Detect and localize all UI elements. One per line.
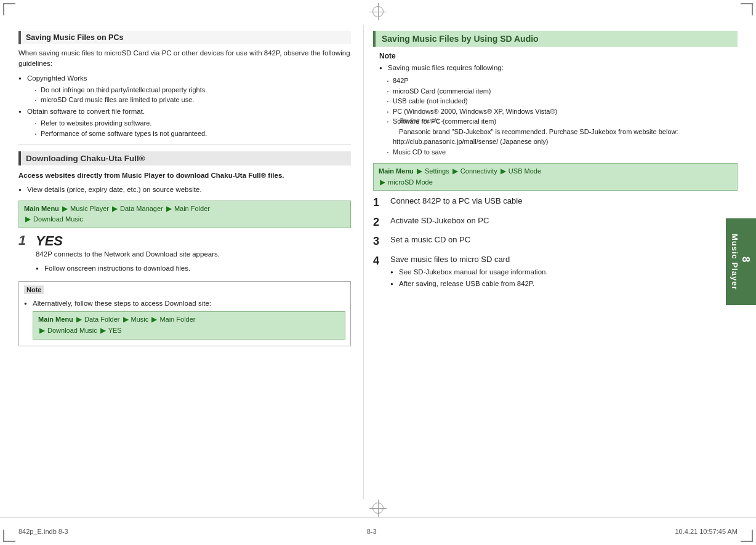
footer: 842p_E.indb 8-3 8-3 10.4.21 10:57:45 AM: [0, 517, 756, 545]
step-4-bullet-2: After saving, release USB cable from 842…: [390, 279, 738, 289]
step-4-bullet-1: See SD-Jukebox manual for usage informat…: [390, 267, 738, 277]
right-note-list: Saving music files requires following:: [379, 63, 678, 73]
right-step-2: 2 Activate SD-Jukebox on PC: [373, 215, 738, 229]
step-1-container: 1 YES 842P connects to the Network and D…: [18, 233, 351, 277]
page: Saving music - Saving Music Files on PCs…: [0, 0, 756, 545]
list-item-software: Obtain software to convert file format. …: [18, 106, 351, 138]
software-sub-list: Refer to websites providing software. Pe…: [32, 118, 351, 138]
note-box-title: Note: [24, 285, 44, 294]
note-item-4-cont: Panasonic brand "SD-Jukebox" is recommen…: [393, 128, 678, 146]
right-note-content: Note Saving music files requires followi…: [379, 52, 678, 158]
chapter-tab: 8 Music Player: [726, 218, 756, 306]
sub-item-1: Do not infringe on third party/intellect…: [32, 85, 351, 95]
right-step-2-content: Activate SD-Jukebox on PC: [390, 215, 738, 226]
right-step-2-number: 2: [373, 215, 390, 229]
download-note-box: Note Alternatively, follow these steps t…: [18, 281, 351, 346]
saving-music-pcs-section: Saving Music Files on PCs When saving mu…: [18, 31, 351, 138]
download-bullet-1: View details (price, expiry date, etc.) …: [18, 185, 351, 195]
copyrighted-sub-list: Do not infringe on third party/intellect…: [32, 85, 351, 105]
note-bullet-1: Alternatively, follow these steps to acc…: [24, 298, 345, 339]
note-item-4: Software for PC (commercial item) Panaso…: [384, 116, 678, 147]
right-step-3-content: Set a music CD on PC: [390, 234, 738, 245]
corner-bracket-br: [741, 530, 753, 542]
note-intro: Saving music files requires following:: [379, 63, 678, 73]
step-1-bullets: Follow onscreen instructions to download…: [36, 263, 351, 274]
right-step-4-content: Save music files to micro SD card See SD…: [390, 254, 738, 292]
note-item-1: microSD Card (commercial item): [384, 86, 678, 97]
note-item-3: PC (Windows® 2000, Windows® XP, Windows …: [384, 106, 678, 117]
download-description: Access websites directly from Music Play…: [18, 170, 351, 181]
right-step-1-content: Connect 842P to a PC via USB cable: [390, 196, 738, 207]
right-step-4-title: Save music files to micro SD card: [390, 254, 738, 265]
step-1-number: 1: [18, 233, 36, 248]
saving-music-pcs-intro: When saving music files to microSD Card …: [18, 48, 351, 70]
right-step-2-title: Activate SD-Jukebox on PC: [390, 215, 738, 226]
sub-item-3: Refer to websites providing software.: [32, 118, 351, 129]
note-item-2: USB cable (not included): [384, 96, 678, 106]
right-step-4-number: 4: [373, 254, 390, 268]
right-step-1: 1 Connect 842P to a PC via USB cable: [373, 196, 738, 210]
menu-path-label: Main Menu: [24, 205, 59, 212]
right-step-1-number: 1: [373, 196, 390, 210]
right-column: Saving Music Files by Using SD Audio Not…: [363, 25, 738, 499]
main-content: Saving Music Files on PCs When saving mu…: [0, 25, 756, 499]
note-bullets: Alternatively, follow these steps to acc…: [24, 298, 345, 339]
right-note-area: Note Saving music files requires followi…: [373, 52, 738, 158]
right-note-items: 842P microSD Card (commercial item) USB …: [384, 76, 678, 157]
right-step-3: 3 Set a music CD on PC: [373, 234, 738, 249]
reg-mark-bottom: [372, 503, 384, 514]
chapter-number: 8: [739, 234, 752, 287]
right-step-3-number: 3: [373, 234, 390, 249]
reg-mark-top: [372, 6, 384, 17]
download-menu-path: Main Menu ▶ Music Player ▶ Data Manager …: [18, 201, 351, 228]
note-item-5: Music CD to save: [384, 147, 678, 157]
saving-music-pcs-title: Saving Music Files on PCs: [18, 31, 351, 44]
note-item-0: 842P: [384, 76, 678, 86]
step-1-desc: 842P connects to the Network and Downloa…: [36, 249, 351, 260]
reg-v: [378, 499, 379, 517]
step-4-bullets: See SD-Jukebox manual for usage informat…: [390, 267, 738, 290]
bottom-reg-area: [0, 499, 756, 517]
right-step-1-title: Connect 842P to a PC via USB cable: [390, 196, 738, 207]
divider-1: [18, 145, 351, 145]
top-reg-area: [0, 0, 756, 25]
right-menu-label: Main Menu: [379, 167, 414, 175]
step-1-content: YES 842P connects to the Network and Dow…: [36, 233, 351, 277]
corner-bracket-bl: [3, 530, 15, 542]
right-tab-area: 8 Music Player: [726, 25, 756, 499]
file-info-left: 842p_E.indb 8-3: [18, 528, 68, 535]
list-item-copyrighted: Copyrighted Works Do not infringe on thi…: [18, 73, 351, 105]
sub-item-2: microSD Card music files are limited to …: [32, 95, 351, 105]
right-step-3-title: Set a music CD on PC: [390, 234, 738, 245]
file-info-right: 10.4.21 10:57:45 AM: [675, 528, 738, 535]
note-menu-label: Main Menu: [38, 316, 73, 323]
right-note-title: Note: [379, 52, 678, 60]
note-menu-path: Main Menu ▶ Data Folder ▶ Music ▶ Main F…: [33, 311, 345, 339]
right-step-4: 4 Save music files to micro SD card See …: [373, 254, 738, 292]
download-section: Downloading Chaku-Uta Full® Access websi…: [18, 151, 351, 346]
right-menu-path: Main Menu ▶ Settings ▶ Connectivity ▶ US…: [373, 163, 738, 191]
step-1-bullet-1: Follow onscreen instructions to download…: [36, 263, 351, 274]
left-column: Saving Music Files on PCs When saving mu…: [18, 25, 363, 499]
download-bullets: View details (price, expiry date, etc.) …: [18, 185, 351, 195]
saving-sd-title: Saving Music Files by Using SD Audio: [373, 31, 738, 47]
saving-music-pcs-list: Copyrighted Works Do not infringe on thi…: [18, 73, 351, 139]
download-title: Downloading Chaku-Uta Full®: [18, 151, 351, 165]
page-number: 8-3: [367, 528, 377, 535]
step-1-title: YES: [36, 233, 351, 249]
sub-item-4: Performance of some software types is no…: [32, 129, 351, 139]
chapter-title: Music Player: [730, 234, 739, 290]
